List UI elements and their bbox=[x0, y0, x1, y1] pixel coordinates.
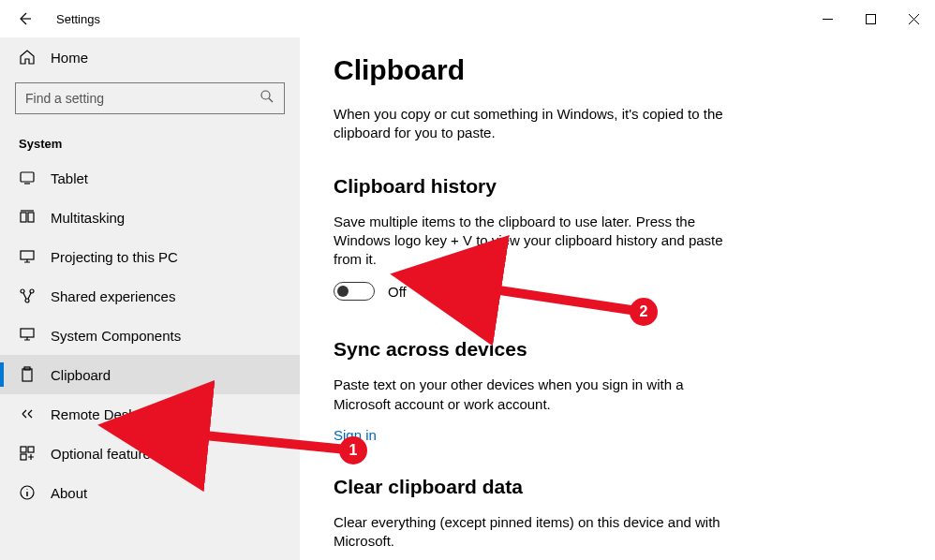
svg-point-1 bbox=[261, 91, 270, 99]
svg-point-7 bbox=[30, 289, 34, 293]
svg-rect-2 bbox=[21, 172, 34, 182]
signin-link[interactable]: Sign in bbox=[334, 427, 377, 443]
sidebar-item-label: Remote Desktop bbox=[51, 406, 156, 422]
sidebar-item-label: Clipboard bbox=[51, 367, 111, 383]
svg-rect-13 bbox=[28, 447, 34, 452]
content-pane: Clipboard When you copy or cut something… bbox=[300, 37, 935, 560]
sidebar-item-remote-desktop[interactable]: Remote Desktop bbox=[0, 394, 300, 434]
svg-rect-4 bbox=[28, 213, 34, 222]
close-button[interactable] bbox=[892, 4, 935, 34]
multitasking-icon bbox=[19, 209, 36, 226]
remote-desktop-icon bbox=[19, 405, 36, 422]
search-input[interactable] bbox=[25, 91, 260, 106]
sidebar-item-shared[interactable]: Shared experiences bbox=[0, 276, 300, 316]
sidebar-item-about[interactable]: About bbox=[0, 473, 300, 512]
sidebar-item-label: Multitasking bbox=[51, 210, 125, 226]
minimize-button[interactable] bbox=[806, 4, 849, 34]
svg-rect-12 bbox=[21, 447, 26, 452]
svg-rect-9 bbox=[21, 329, 34, 337]
tablet-icon bbox=[19, 169, 36, 186]
sidebar-item-tablet[interactable]: Tablet bbox=[0, 158, 300, 198]
history-toggle[interactable] bbox=[334, 282, 375, 301]
svg-rect-5 bbox=[21, 251, 34, 259]
optional-features-icon bbox=[19, 445, 36, 462]
clear-desc: Clear everything (except pinned items) o… bbox=[334, 513, 736, 552]
search-icon bbox=[260, 89, 275, 108]
maximize-button[interactable] bbox=[849, 4, 892, 34]
svg-rect-10 bbox=[22, 369, 32, 381]
sidebar-item-label: System Components bbox=[51, 328, 181, 344]
search-box[interactable] bbox=[15, 82, 285, 114]
sidebar-item-label: Projecting to this PC bbox=[51, 249, 178, 265]
clipboard-icon bbox=[19, 366, 36, 383]
svg-point-6 bbox=[21, 289, 24, 293]
app-title: Settings bbox=[56, 12, 100, 26]
title-bar: Settings bbox=[0, 0, 935, 37]
history-heading: Clipboard history bbox=[334, 175, 901, 198]
sidebar-item-label: About bbox=[51, 485, 87, 501]
page-intro: When you copy or cut something in Window… bbox=[334, 105, 736, 143]
sidebar-item-projecting[interactable]: Projecting to this PC bbox=[0, 237, 300, 276]
svg-point-8 bbox=[25, 299, 29, 302]
sidebar-item-label: Optional features bbox=[51, 446, 157, 462]
sync-heading: Sync across devices bbox=[334, 338, 901, 361]
sidebar-item-system-components[interactable]: System Components bbox=[0, 316, 300, 355]
about-icon bbox=[19, 484, 36, 501]
shared-icon bbox=[19, 287, 36, 304]
history-toggle-state: Off bbox=[388, 284, 407, 300]
sidebar-item-label: Tablet bbox=[51, 170, 88, 186]
components-icon bbox=[19, 327, 36, 344]
sidebar-item-label: Home bbox=[51, 50, 88, 66]
sidebar-section-header: System bbox=[0, 125, 300, 158]
svg-rect-0 bbox=[866, 14, 875, 23]
home-icon bbox=[19, 49, 36, 66]
sync-desc: Paste text on your other devices when yo… bbox=[334, 376, 736, 414]
svg-rect-14 bbox=[21, 454, 26, 460]
sidebar-item-multitasking[interactable]: Multitasking bbox=[0, 198, 300, 237]
svg-rect-3 bbox=[21, 213, 26, 222]
projecting-icon bbox=[19, 248, 36, 265]
page-title: Clipboard bbox=[334, 54, 901, 86]
sidebar-item-clipboard[interactable]: Clipboard bbox=[0, 355, 300, 394]
sidebar-home[interactable]: Home bbox=[0, 37, 300, 77]
sidebar-item-optional-features[interactable]: Optional features bbox=[0, 434, 300, 473]
back-button[interactable] bbox=[15, 9, 34, 28]
sidebar: Home System Tablet Multitasking bbox=[0, 37, 300, 560]
history-desc: Save multiple items to the clipboard to … bbox=[334, 213, 736, 270]
clear-heading: Clear clipboard data bbox=[334, 476, 901, 498]
sidebar-item-label: Shared experiences bbox=[51, 288, 175, 304]
toggle-knob bbox=[337, 286, 349, 297]
